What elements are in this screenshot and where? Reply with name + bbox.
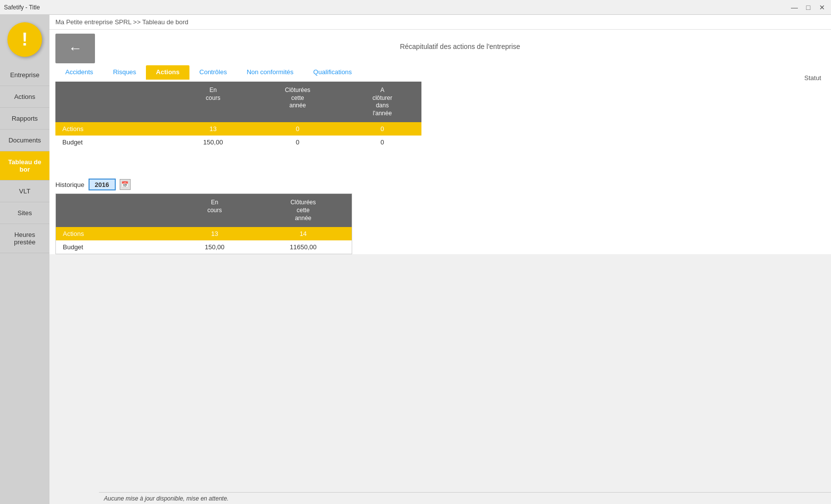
minimize-button[interactable]: —: [789, 2, 799, 12]
back-arrow-icon: ←: [68, 41, 82, 56]
titlebar: Safetify - Title — □ ✕: [0, 0, 831, 15]
titlebar-controls: — □ ✕: [789, 2, 827, 12]
row-a-cloturer: 0: [343, 136, 421, 149]
breadcrumb: Ma Petite entreprise SPRL >> Tableau de …: [55, 18, 188, 26]
row-label: Budget: [55, 136, 174, 149]
back-button[interactable]: ←: [55, 34, 95, 63]
app-layout: ! Entreprise Actions Rapports Documents …: [0, 15, 831, 504]
sidebar-item-actions[interactable]: Actions: [0, 86, 49, 108]
status-text: Aucune mise à jour disponible, mise en a…: [104, 495, 229, 502]
hist-row-label: Actions: [56, 227, 175, 240]
hist-row-cloturees: 14: [255, 227, 352, 240]
tab-navigation: Accidents Risques Actions Contrôles Non …: [49, 65, 831, 80]
sidebar-item-vlt[interactable]: VLT: [0, 181, 49, 202]
hist-table-row: Budget 150,00 11650,00: [56, 240, 352, 254]
hist-table-row: Actions 13 14: [56, 227, 352, 240]
sidebar-item-documents[interactable]: Documents: [0, 130, 49, 151]
sidebar-item-sites[interactable]: Sites: [0, 202, 49, 224]
row-label: Actions: [55, 122, 174, 136]
status-bar: Aucune mise à jour disponible, mise en a…: [99, 492, 831, 504]
calendar-button[interactable]: 📅: [120, 179, 131, 190]
sidebar-item-entreprise[interactable]: Entreprise: [0, 64, 49, 86]
year-input[interactable]: [89, 179, 116, 190]
tab-accidents[interactable]: Accidents: [55, 65, 103, 80]
tab-non-conformites[interactable]: Non conformités: [237, 65, 304, 80]
row-en-cours: 13: [174, 122, 252, 136]
hist-row-cloturees: 11650,00: [255, 240, 352, 254]
tab-actions[interactable]: Actions: [146, 65, 189, 80]
historique-section: Historique 📅 Encours Clôturéescetteannée: [49, 179, 831, 254]
hist-col-label: [56, 194, 175, 227]
page-title: Récapitulatif des actions de l'entrepris…: [400, 43, 520, 50]
content-area: Ma Petite entreprise SPRL >> Tableau de …: [49, 15, 831, 254]
col-a-cloturer: Aclôturerdansl'année: [343, 82, 421, 122]
logo-icon: !: [7, 22, 42, 57]
row-cloturees: 0: [252, 136, 343, 149]
historique-table: Encours Clôturéescetteannée Actions 13 1…: [56, 194, 352, 254]
hist-col-cloturees: Clôturéescetteannée: [255, 194, 352, 227]
hist-row-label: Budget: [56, 240, 175, 254]
row-a-cloturer: 0: [343, 122, 421, 136]
historique-label: Historique: [55, 181, 85, 188]
table-row: Budget 150,00 0 0: [55, 136, 421, 149]
hist-row-en-cours: 150,00: [175, 240, 255, 254]
tab-qualifications[interactable]: Qualifications: [303, 65, 362, 80]
col-en-cours: Encours: [174, 82, 252, 122]
historique-header: Historique 📅: [55, 179, 825, 190]
row-en-cours: 150,00: [174, 136, 252, 149]
hist-row-en-cours: 13: [175, 227, 255, 240]
tab-risques[interactable]: Risques: [103, 65, 146, 80]
content-wrapper: Ma Petite entreprise SPRL >> Tableau de …: [49, 15, 831, 504]
historique-table-wrapper: Encours Clôturéescetteannée Actions 13 1…: [55, 193, 352, 254]
summary-table: Encours Clôturéescetteannée Aclôturerdan…: [55, 82, 421, 149]
statut-label: Statut: [804, 74, 821, 82]
col-label: [55, 82, 174, 122]
close-button[interactable]: ✕: [817, 2, 827, 12]
top-header: Ma Petite entreprise SPRL >> Tableau de …: [49, 15, 831, 30]
sidebar-logo: !: [0, 15, 49, 64]
hist-col-en-cours: Encours: [175, 194, 255, 227]
maximize-button[interactable]: □: [803, 2, 813, 12]
sidebar-item-heures-prestees[interactable]: Heures prestée: [0, 224, 49, 253]
sidebar: ! Entreprise Actions Rapports Documents …: [0, 15, 49, 504]
col-cloturees: Clôturéescetteannée: [252, 82, 343, 122]
sidebar-item-rapports[interactable]: Rapports: [0, 108, 49, 130]
sidebar-item-tableau-de-bord[interactable]: Tableau de bor: [0, 151, 49, 181]
titlebar-title: Safetify - Title: [4, 4, 40, 11]
summary-section: Encours Clôturéescetteannée Aclôturerdan…: [49, 82, 831, 149]
table-row: Actions 13 0 0: [55, 122, 421, 136]
row-cloturees: 0: [252, 122, 343, 136]
tab-controles[interactable]: Contrôles: [189, 65, 237, 80]
